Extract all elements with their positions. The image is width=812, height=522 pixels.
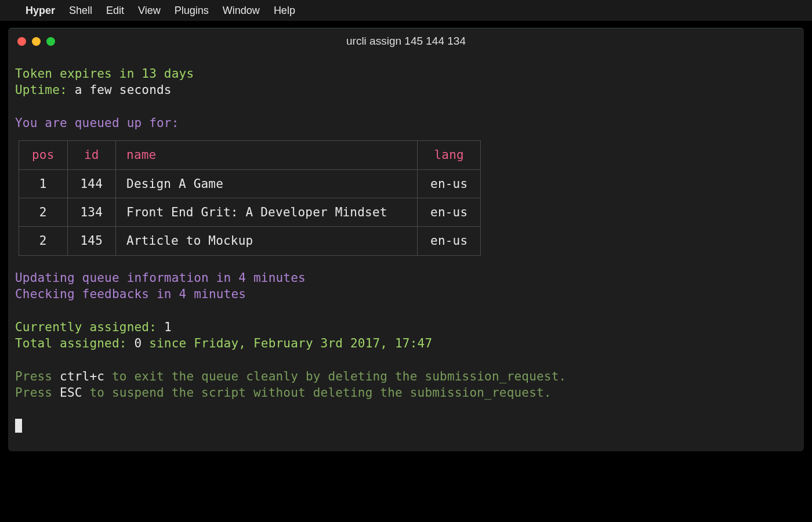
menu-view[interactable]: View — [138, 5, 161, 17]
menu-app[interactable]: Hyper — [26, 5, 55, 17]
total-since: since Friday, February 3rd 2017, 17:47 — [149, 336, 432, 350]
cell-lang: en-us — [418, 227, 481, 255]
terminal-window: urcli assign 145 144 134 Token expires i… — [8, 28, 804, 451]
cell-pos: 2 — [19, 198, 68, 227]
menu-edit[interactable]: Edit — [106, 5, 124, 17]
updating-line: Updating queue information in 4 minutes — [15, 270, 797, 286]
th-name: name — [116, 141, 418, 169]
prompt-line[interactable] — [15, 418, 797, 434]
press1-a: Press — [15, 369, 52, 383]
minimize-icon[interactable] — [32, 37, 41, 46]
th-pos: pos — [19, 141, 68, 169]
press2-a: Press — [15, 386, 52, 400]
menu-help[interactable]: Help — [274, 5, 295, 17]
cell-name: Front End Grit: A Developer Mindset — [116, 198, 418, 227]
table-row: 1 144 Design A Game en-us — [19, 169, 481, 198]
cell-id: 144 — [67, 169, 116, 198]
total-assigned-line: Total assigned: 0 since Friday, February… — [15, 335, 797, 351]
currently-label: Currently assigned: — [15, 320, 157, 334]
table-row: 2 145 Article to Mockup en-us — [19, 227, 481, 255]
cell-lang: en-us — [418, 169, 481, 198]
menu-shell[interactable]: Shell — [69, 5, 92, 17]
macos-menubar: Hyper Shell Edit View Plugins Window Hel… — [0, 0, 812, 21]
cell-pos: 2 — [19, 227, 68, 255]
queue-heading: You are queued up for: — [15, 115, 797, 131]
queue-table: pos id name lang 1 144 Design A Game en-… — [19, 140, 481, 255]
uptime-value: a few seconds — [75, 83, 172, 97]
cell-lang: en-us — [418, 198, 481, 227]
menu-window[interactable]: Window — [223, 5, 260, 17]
maximize-icon[interactable] — [46, 37, 55, 46]
press1-b: to exit the queue cleanly by deleting th… — [112, 369, 566, 383]
currently-assigned-line: Currently assigned: 1 — [15, 319, 797, 335]
table-row: 2 134 Front End Grit: A Developer Mindse… — [19, 198, 481, 227]
window-title: urcli assign 145 144 134 — [346, 35, 466, 48]
terminal-body[interactable]: Token expires in 13 days Uptime: a few s… — [8, 54, 804, 451]
token-expiry-line: Token expires in 13 days — [15, 66, 797, 82]
uptime-label: Uptime: — [15, 83, 67, 97]
checking-line: Checking feedbacks in 4 minutes — [15, 286, 797, 302]
uptime-line: Uptime: a few seconds — [15, 82, 797, 98]
titlebar[interactable]: urcli assign 145 144 134 — [8, 28, 804, 54]
cell-name: Article to Mockup — [116, 227, 418, 255]
total-label: Total assigned: — [15, 336, 127, 350]
cursor-icon — [15, 419, 22, 433]
currently-value: 1 — [164, 320, 172, 334]
suspend-hint-line: Press ESC to suspend the script without … — [15, 385, 797, 401]
press2-key: ESC — [60, 386, 82, 400]
table-header-row: pos id name lang — [19, 141, 481, 169]
close-icon[interactable] — [17, 37, 26, 46]
th-lang: lang — [418, 141, 481, 169]
exit-hint-line: Press ctrl+c to exit the queue cleanly b… — [15, 368, 797, 385]
cell-name: Design A Game — [116, 169, 418, 198]
cell-pos: 1 — [19, 169, 68, 198]
press2-b: to suspend the script without deleting t… — [89, 386, 551, 400]
traffic-lights — [17, 37, 55, 46]
total-value: 0 — [135, 336, 142, 350]
press1-key: ctrl+c — [60, 369, 104, 383]
cell-id: 145 — [67, 227, 116, 255]
menu-plugins[interactable]: Plugins — [175, 5, 209, 17]
th-id: id — [67, 141, 116, 169]
cell-id: 134 — [67, 198, 116, 227]
